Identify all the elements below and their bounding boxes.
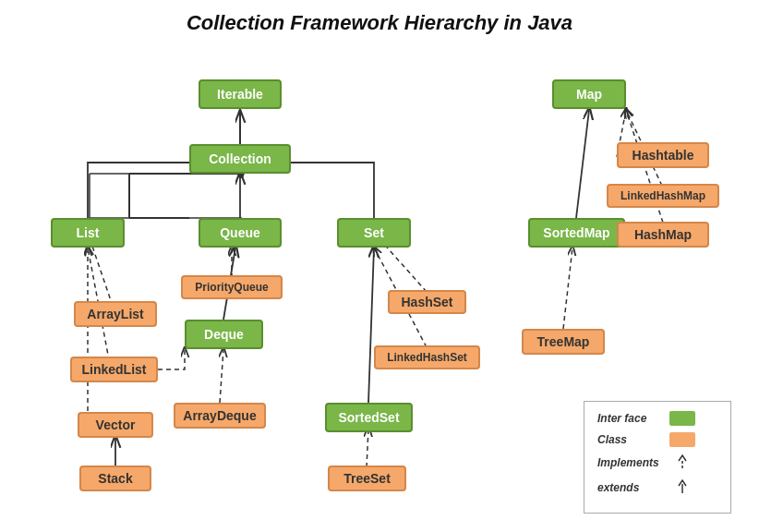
node-hashset: HashSet xyxy=(388,290,466,314)
legend: Inter face Class Implements extends xyxy=(584,401,731,514)
node-list: List xyxy=(51,218,125,248)
node-linkedhashmap: LinkedHashMap xyxy=(607,184,719,208)
legend-extends-label: extends xyxy=(597,481,662,494)
legend-interface-label: Inter face xyxy=(597,412,662,425)
node-priorityqueue: PriorityQueue xyxy=(181,275,283,299)
svg-line-24 xyxy=(367,429,368,467)
diagram: Iterable Collection List Queue Set Map S… xyxy=(0,42,759,532)
svg-line-25 xyxy=(576,110,589,218)
node-stack: Stack xyxy=(79,466,151,491)
node-hashmap: HashMap xyxy=(617,222,709,248)
legend-implements-row: Implements xyxy=(597,453,717,472)
legend-class-label: Class xyxy=(597,433,662,446)
node-map: Map xyxy=(552,79,626,109)
node-collection: Collection xyxy=(189,144,291,174)
legend-implements-arrow xyxy=(669,453,695,472)
node-treemap: TreeMap xyxy=(522,329,605,355)
node-sortedmap: SortedMap xyxy=(528,218,625,248)
node-treeset: TreeSet xyxy=(328,466,406,491)
node-linkedhashset: LinkedHashSet xyxy=(374,345,480,369)
node-set: Set xyxy=(337,218,411,248)
svg-line-23 xyxy=(368,248,374,403)
node-arraylist: ArrayList xyxy=(74,301,157,327)
legend-interface-row: Inter face xyxy=(597,411,717,426)
node-sortedset: SortedSet xyxy=(325,403,413,432)
node-iterable: Iterable xyxy=(199,79,282,109)
legend-class-box xyxy=(669,432,695,447)
node-linkedlist: LinkedList xyxy=(70,357,158,382)
node-queue: Queue xyxy=(199,218,282,248)
svg-line-29 xyxy=(563,248,572,329)
svg-line-20 xyxy=(220,349,223,403)
legend-extends-arrow xyxy=(669,478,695,497)
legend-implements-label: Implements xyxy=(597,456,662,469)
node-deque: Deque xyxy=(185,320,263,349)
legend-class-row: Class xyxy=(597,432,717,447)
legend-interface-box xyxy=(669,411,695,426)
page-title: Collection Framework Hierarchy in Java xyxy=(0,0,759,42)
node-arraydeque: ArrayDeque xyxy=(174,403,266,429)
legend-extends-row: extends xyxy=(597,478,717,497)
node-hashtable: Hashtable xyxy=(617,142,709,168)
node-vector: Vector xyxy=(78,412,153,438)
